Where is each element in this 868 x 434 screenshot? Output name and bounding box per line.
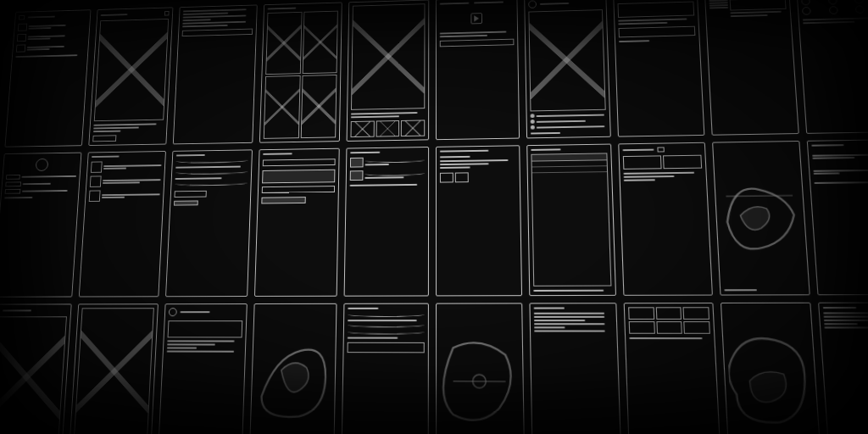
svg-line-0 [726,196,793,197]
sketch-card [436,146,522,296]
sketch-card [526,144,616,296]
sketch-card [344,147,429,296]
sketch-card [618,142,712,295]
sketch-card [78,151,166,297]
edge-top [0,0,868,51]
sketch-card [254,148,340,297]
sketch-card [712,141,810,295]
edge-bottom [0,366,868,434]
sketch-card [165,150,253,297]
photo-background [0,0,868,434]
